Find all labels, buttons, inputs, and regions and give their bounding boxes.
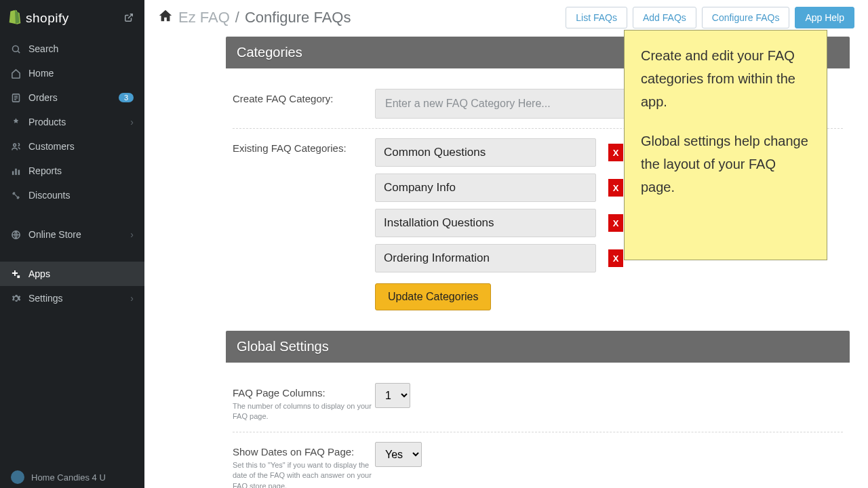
shopify-icon xyxy=(8,9,22,27)
delete-category-button[interactable]: X xyxy=(608,214,623,232)
discounts-icon xyxy=(8,190,23,201)
main: Ez FAQ / Configure FAQs List FAQs Add FA… xyxy=(144,0,868,488)
nav-orders[interactable]: Orders 3 xyxy=(0,85,144,110)
list-faqs-button[interactable]: List FAQs xyxy=(566,7,627,28)
apps-icon xyxy=(8,269,23,279)
faq-columns-label: FAQ Page Columns: xyxy=(233,387,326,399)
category-input[interactable] xyxy=(375,174,596,202)
global-settings-body: FAQ Page Columns: The number of columns … xyxy=(226,363,850,488)
home-icon[interactable] xyxy=(158,8,173,27)
logo[interactable]: shopify xyxy=(8,9,69,27)
sidebar-header: shopify xyxy=(0,0,144,37)
chevron-right-icon: › xyxy=(130,293,134,304)
sidebar: shopify Search Home Orders 3 Products › … xyxy=(0,0,144,488)
products-icon xyxy=(8,117,23,127)
configure-faqs-button[interactable]: Configure FAQs xyxy=(702,7,790,28)
update-categories-button[interactable]: Update Categories xyxy=(375,283,491,310)
reports-icon xyxy=(8,166,23,176)
nav-home[interactable]: Home xyxy=(0,61,144,85)
nav-online-store[interactable]: Online Store › xyxy=(0,222,144,247)
nav-products[interactable]: Products › xyxy=(0,110,144,134)
category-input[interactable] xyxy=(375,209,596,237)
external-link-icon[interactable] xyxy=(124,13,134,24)
nav-search[interactable]: Search xyxy=(0,37,144,61)
existing-categories-label: Existing FAQ Categories: xyxy=(233,138,375,154)
orders-badge: 3 xyxy=(119,93,134,102)
delete-category-button[interactable]: X xyxy=(608,144,623,161)
customers-icon xyxy=(8,142,23,152)
orders-icon xyxy=(8,93,23,103)
nav-apps[interactable]: Apps xyxy=(0,262,144,286)
global-settings-header: Global Settings xyxy=(226,331,850,363)
category-input[interactable] xyxy=(375,244,596,272)
topbar-actions: List FAQs Add FAQs Configure FAQs App He… xyxy=(566,7,854,28)
faq-columns-select[interactable]: 1 xyxy=(375,383,410,408)
delete-category-button[interactable]: X xyxy=(608,179,623,197)
show-dates-label: Show Dates on FAQ Page: xyxy=(233,446,354,458)
svg-rect-3 xyxy=(12,171,14,175)
home-icon xyxy=(8,68,23,79)
svg-rect-7 xyxy=(17,275,20,278)
nav-reports[interactable]: Reports xyxy=(0,159,144,183)
add-faqs-button[interactable]: Add FAQs xyxy=(633,7,696,28)
chevron-right-icon: › xyxy=(130,117,134,127)
app-help-button[interactable]: App Help xyxy=(795,7,854,28)
svg-point-2 xyxy=(13,144,16,146)
category-input[interactable] xyxy=(375,138,596,167)
svg-rect-4 xyxy=(15,168,17,174)
help-sticky-note: Create and edit your FAQ categories from… xyxy=(624,30,827,260)
breadcrumb-separator: / xyxy=(235,9,239,26)
breadcrumb-page: Configure FAQs xyxy=(245,9,351,26)
breadcrumb-app[interactable]: Ez FAQ xyxy=(178,9,230,26)
svg-rect-5 xyxy=(18,169,20,175)
sidebar-footer[interactable]: Home Candies 4 U xyxy=(0,466,144,488)
sticky-paragraph: Create and edit your FAQ categories from… xyxy=(641,44,810,113)
svg-point-0 xyxy=(12,45,18,52)
breadcrumb: Ez FAQ / Configure FAQs xyxy=(158,8,351,27)
show-dates-help: Set this to "Yes" if you want to display… xyxy=(233,460,375,488)
nav-customers[interactable]: Customers xyxy=(0,134,144,159)
gear-icon xyxy=(8,293,23,304)
create-category-label: Create FAQ Category: xyxy=(233,89,375,104)
nav-discounts[interactable]: Discounts xyxy=(0,183,144,207)
store-icon xyxy=(8,230,23,240)
nav-settings[interactable]: Settings › xyxy=(0,286,144,310)
delete-category-button[interactable]: X xyxy=(608,249,623,267)
avatar xyxy=(11,470,24,484)
chevron-right-icon: › xyxy=(130,229,134,240)
faq-columns-help: The number of columns to display on your… xyxy=(233,401,375,422)
sticky-paragraph: Global settings help change the layout o… xyxy=(641,129,810,199)
show-dates-select[interactable]: Yes xyxy=(375,442,422,467)
search-icon xyxy=(8,44,23,54)
store-name: Home Candies 4 U xyxy=(31,472,106,483)
logo-text: shopify xyxy=(26,11,69,26)
